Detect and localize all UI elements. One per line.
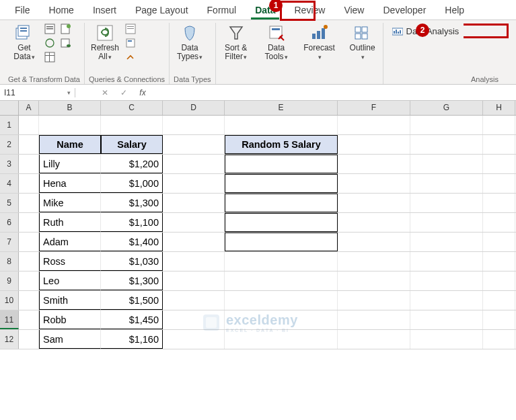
cell-D3[interactable]: [163, 155, 225, 173]
cell-H11[interactable]: [483, 310, 515, 329]
cell-B7[interactable]: Adam: [39, 233, 101, 251]
cell-F9[interactable]: [338, 271, 410, 290]
cell-D10[interactable]: [163, 291, 225, 310]
properties-icon[interactable]: [124, 37, 137, 49]
row-header-2[interactable]: 2: [0, 135, 19, 154]
cell-G12[interactable]: [410, 330, 483, 349]
cell-G11[interactable]: [410, 310, 483, 329]
data-types-button[interactable]: DataTypes▾: [174, 23, 206, 62]
cell-F6[interactable]: [338, 213, 410, 232]
cell-E1[interactable]: [225, 116, 338, 134]
outline-button[interactable]: Outline▾: [346, 23, 379, 62]
cell-B1[interactable]: [39, 116, 101, 134]
col-header-E[interactable]: E: [225, 101, 338, 115]
from-web-icon[interactable]: [43, 37, 57, 49]
cell-B6[interactable]: Ruth: [39, 213, 101, 232]
cell-G5[interactable]: [410, 194, 483, 212]
cell-G4[interactable]: [410, 174, 483, 193]
tab-formul[interactable]: Formul: [198, 1, 246, 19]
cell-F12[interactable]: [338, 330, 410, 349]
cell-G9[interactable]: [410, 271, 483, 290]
cell-D7[interactable]: [163, 233, 225, 251]
cell-B10[interactable]: Smith: [39, 291, 101, 310]
row-header-6[interactable]: 6: [0, 213, 19, 232]
cell-C2[interactable]: Salary: [101, 135, 163, 154]
col-header-F[interactable]: F: [338, 101, 410, 115]
cell-C1[interactable]: [101, 116, 163, 134]
cell-C3[interactable]: $1,200: [101, 155, 163, 173]
row-header-3[interactable]: 3: [0, 155, 19, 173]
tab-help[interactable]: Help: [435, 1, 474, 19]
insert-function-icon[interactable]: fx: [133, 88, 152, 97]
cell-A2[interactable]: [19, 135, 39, 154]
cell-G7[interactable]: [410, 233, 483, 251]
cell-F1[interactable]: [338, 116, 410, 134]
refresh-all-button[interactable]: RefreshAll▾: [89, 23, 121, 62]
cell-H8[interactable]: [483, 252, 515, 271]
cell-A8[interactable]: [19, 252, 39, 271]
cell-D5[interactable]: [163, 194, 225, 212]
row-header-1[interactable]: 1: [0, 116, 19, 134]
row-header-11[interactable]: 11: [0, 310, 19, 329]
cell-D9[interactable]: [163, 271, 225, 290]
cell-E12[interactable]: [225, 330, 338, 349]
row-header-7[interactable]: 7: [0, 233, 19, 251]
cell-D4[interactable]: [163, 174, 225, 193]
cell-D2[interactable]: [163, 135, 225, 154]
col-header-B[interactable]: B: [39, 101, 101, 115]
cell-B4[interactable]: Hena: [39, 174, 101, 193]
cell-A7[interactable]: [19, 233, 39, 251]
cell-H9[interactable]: [483, 271, 515, 290]
cell-B8[interactable]: Ross: [39, 252, 101, 271]
cell-B9[interactable]: Leo: [39, 271, 101, 290]
recent-sources-icon[interactable]: [59, 23, 73, 35]
row-header-12[interactable]: 12: [0, 330, 19, 349]
cell-F7[interactable]: [338, 233, 410, 251]
cell-G3[interactable]: [410, 155, 483, 173]
tab-file[interactable]: File: [5, 1, 40, 19]
tab-insert[interactable]: Insert: [83, 1, 126, 19]
cell-E5[interactable]: [225, 194, 338, 212]
cell-B2[interactable]: Name: [39, 135, 101, 154]
col-header-H[interactable]: H: [483, 101, 515, 115]
cell-F10[interactable]: [338, 291, 410, 310]
cell-H12[interactable]: [483, 330, 515, 349]
data-tools-button[interactable]: DataTools▾: [260, 23, 293, 62]
cell-B3[interactable]: Lilly: [39, 155, 101, 173]
cell-A10[interactable]: [19, 291, 39, 310]
cell-G1[interactable]: [410, 116, 483, 134]
cell-D11[interactable]: [163, 310, 225, 329]
cell-A9[interactable]: [19, 271, 39, 290]
get-data-button[interactable]: GetData▾: [8, 23, 40, 62]
name-box[interactable]: I11▾: [0, 88, 75, 97]
cell-B5[interactable]: Mike: [39, 194, 101, 212]
forecast-button[interactable]: Forecast▾: [301, 23, 338, 62]
cell-C4[interactable]: $1,000: [101, 174, 163, 193]
cell-C11[interactable]: $1,450: [101, 310, 163, 329]
cell-F2[interactable]: [338, 135, 410, 154]
cell-D8[interactable]: [163, 252, 225, 271]
cell-C10[interactable]: $1,500: [101, 291, 163, 310]
cell-B12[interactable]: Sam: [39, 330, 101, 349]
cell-E11[interactable]: [225, 310, 338, 329]
cell-D1[interactable]: [163, 116, 225, 134]
tab-view[interactable]: View: [334, 1, 373, 19]
cell-H7[interactable]: [483, 233, 515, 251]
tab-page-layout[interactable]: Page Layout: [126, 1, 198, 19]
cell-D12[interactable]: [163, 330, 225, 349]
cell-E6[interactable]: [225, 213, 338, 232]
col-header-D[interactable]: D: [163, 101, 225, 115]
cell-C12[interactable]: $1,160: [101, 330, 163, 349]
cell-C7[interactable]: $1,400: [101, 233, 163, 251]
enter-formula-icon[interactable]: ✓: [114, 88, 133, 97]
cell-H6[interactable]: [483, 213, 515, 232]
cell-E9[interactable]: [225, 271, 338, 290]
cell-A1[interactable]: [19, 116, 39, 134]
cell-A5[interactable]: [19, 194, 39, 212]
cell-H5[interactable]: [483, 194, 515, 212]
row-header-10[interactable]: 10: [0, 291, 19, 310]
cell-G6[interactable]: [410, 213, 483, 232]
cell-H10[interactable]: [483, 291, 515, 310]
cell-C8[interactable]: $1,030: [101, 252, 163, 271]
cell-C6[interactable]: $1,100: [101, 213, 163, 232]
